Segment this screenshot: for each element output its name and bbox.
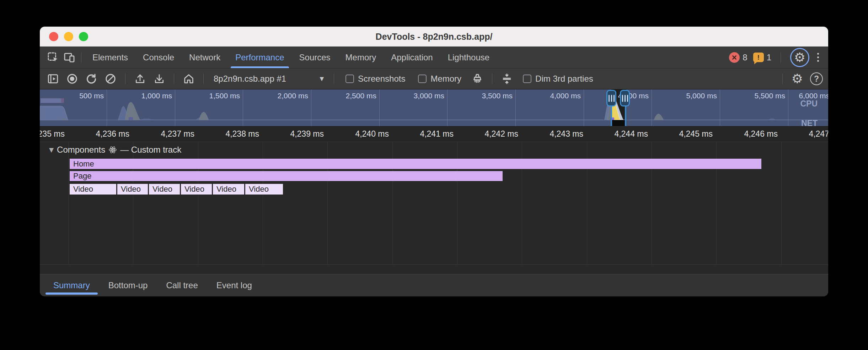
overview-gridline: [175, 89, 175, 126]
ruler-tick-label: 4,246 ms: [714, 126, 778, 142]
ruler-tick-label: 4,237 ms: [130, 126, 194, 142]
collect-garbage-button[interactable]: [469, 71, 486, 87]
ruler-tick-label: 4,245 ms: [649, 126, 713, 142]
ruler-tick-label: 4,242 ms: [454, 126, 518, 142]
track-canvas[interactable]: ▼ Components — Custom track Home Page Vi…: [40, 142, 828, 274]
dim-3rd-parties-toggle[interactable]: Dim 3rd parties: [523, 74, 593, 84]
track-entry-home[interactable]: Home: [70, 159, 761, 169]
settings-button-focused[interactable]: ⚙: [790, 48, 809, 67]
record-and-reload-button[interactable]: [83, 71, 100, 87]
selection-left-handle[interactable]: [606, 90, 616, 106]
screenshots-checkbox[interactable]: [345, 75, 354, 83]
session-selector[interactable]: 8p2n9n.csb.app #1 ▼: [210, 74, 327, 84]
devtools-tabbar: Elements Console Network Performance Sou…: [40, 47, 828, 69]
track-entry-video[interactable]: Video: [149, 184, 180, 195]
divider: [492, 73, 492, 84]
panel-left-icon: [47, 73, 59, 85]
tab-performance[interactable]: Performance: [228, 47, 291, 68]
shortcut-dialog-button[interactable]: [499, 71, 515, 87]
overview-gridline: [447, 89, 448, 126]
window-title: DevTools - 8p2n9n.csb.app/: [40, 32, 828, 42]
overview-time-label: 500 ms: [40, 92, 104, 100]
collapse-caret-icon[interactable]: ▼: [49, 146, 54, 153]
atom-icon: [108, 146, 117, 154]
tab-application[interactable]: Application: [384, 47, 440, 68]
tab-sources[interactable]: Sources: [292, 47, 338, 68]
divider: [125, 73, 125, 84]
memory-checkbox[interactable]: [418, 75, 427, 83]
console-errors-badge[interactable]: 8: [729, 52, 747, 63]
chevron-down-icon: ▼: [320, 76, 324, 82]
screenshots-toggle[interactable]: Screenshots: [345, 74, 405, 84]
overview-gridline: [652, 89, 652, 126]
tab-performance-label: Performance: [235, 53, 284, 62]
tab-lighthouse[interactable]: Lighthouse: [440, 47, 497, 68]
overview-time-label: 6,000 ms: [766, 92, 828, 100]
cpu-lane-label: CPU: [800, 99, 818, 109]
home-icon: [183, 73, 195, 85]
upload-icon: [134, 73, 146, 85]
divider: [81, 52, 81, 63]
record-icon: [66, 73, 78, 85]
overview-gridline: [243, 89, 243, 126]
overview-gridline: [379, 89, 380, 126]
ruler-tick-label: 4,235 ms: [40, 126, 65, 142]
overview-gridline: [584, 89, 584, 126]
track-entry-page[interactable]: Page: [70, 171, 503, 181]
tab-event-log[interactable]: Event log: [207, 274, 261, 296]
device-toolbar-button[interactable]: [61, 49, 77, 66]
overview-time-label: 5,000 ms: [653, 92, 717, 100]
x-icon: [732, 55, 737, 60]
track-entry-video[interactable]: Video: [117, 184, 148, 195]
tab-elements[interactable]: Elements: [85, 47, 135, 68]
timeline-overview[interactable]: 500 ms 1,000 ms 1,500 ms 2,000 ms 2,500 …: [40, 89, 828, 126]
tab-call-tree[interactable]: Call tree: [157, 274, 207, 296]
dim-3rd-parties-checkbox[interactable]: [523, 75, 531, 83]
overview-gridline: [107, 89, 107, 126]
toggle-sidebar-button[interactable]: [45, 71, 61, 87]
ruler-tick-label: 4,243 ms: [519, 126, 583, 142]
tab-selected-underline: [45, 292, 98, 295]
issues-badge[interactable]: ! 1: [753, 53, 771, 62]
tab-network[interactable]: Network: [182, 47, 228, 68]
custom-track-header[interactable]: ▼ Components — Custom track: [49, 145, 181, 155]
inspect-element-button[interactable]: [45, 49, 61, 66]
selection-right-handle[interactable]: [620, 90, 630, 106]
save-profile-button[interactable]: [151, 71, 167, 87]
record-button[interactable]: [64, 71, 80, 87]
capture-settings-button[interactable]: ⚙: [789, 71, 805, 87]
issue-icon: !: [753, 53, 764, 62]
overview-time-label: 4,500 ms: [585, 92, 649, 100]
help-button[interactable]: ?: [808, 71, 825, 87]
tab-summary[interactable]: Summary: [44, 274, 99, 296]
selection-window: [612, 120, 625, 126]
help-icon: ?: [810, 72, 823, 85]
divider: [334, 73, 334, 84]
download-icon: [153, 73, 165, 85]
canvas-gridline: [68, 142, 69, 264]
net-lane-label: NET: [801, 119, 818, 126]
track-entry-video[interactable]: Video: [213, 184, 244, 195]
track-entry-video[interactable]: Video: [181, 184, 212, 195]
ruler-tick-label: 4,241 ms: [390, 126, 454, 142]
canvas-gridline: [781, 142, 782, 264]
overview-time-label: 3,000 ms: [380, 92, 444, 100]
tab-console[interactable]: Console: [135, 47, 182, 68]
broom-icon: [471, 73, 483, 85]
overview-time-label: 1,500 ms: [176, 92, 240, 100]
device-toolbar-icon: [63, 51, 75, 64]
memory-toggle[interactable]: Memory: [418, 74, 461, 84]
overview-gridline: [720, 89, 720, 126]
tab-bottom-up[interactable]: Bottom-up: [99, 274, 157, 296]
track-entry-video[interactable]: Video: [245, 184, 283, 195]
overview-gridline: [311, 89, 311, 126]
live-metrics-home-button[interactable]: [181, 71, 197, 87]
ruler-tick-label: 4,238 ms: [195, 126, 259, 142]
track-entry-video[interactable]: Video: [70, 184, 116, 195]
divider: [203, 73, 204, 84]
load-profile-button[interactable]: [132, 71, 148, 87]
more-options-button[interactable]: [815, 53, 821, 62]
tab-memory[interactable]: Memory: [338, 47, 384, 68]
divider: [174, 73, 174, 84]
clear-button[interactable]: [102, 71, 119, 87]
